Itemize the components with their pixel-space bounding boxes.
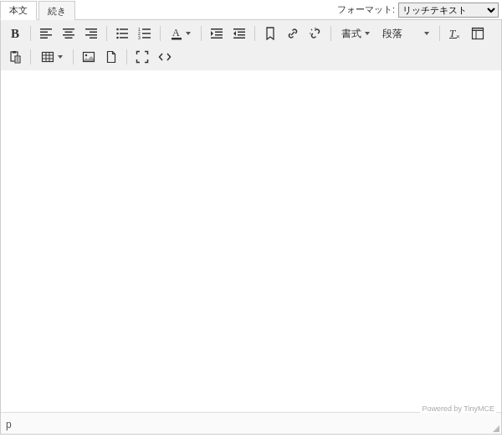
caret-icon bbox=[365, 32, 370, 35]
template-button[interactable] bbox=[467, 23, 489, 44]
text-color-button[interactable]: A bbox=[165, 23, 197, 44]
svg-point-33 bbox=[85, 54, 87, 56]
style-select-label: 書式 bbox=[341, 27, 361, 41]
align-center-button[interactable] bbox=[58, 23, 79, 44]
separator bbox=[30, 26, 31, 41]
code-icon bbox=[158, 50, 172, 64]
file-icon bbox=[105, 50, 118, 64]
image-icon bbox=[82, 50, 95, 64]
file-button[interactable] bbox=[100, 47, 122, 67]
separator bbox=[73, 49, 74, 64]
tab-more[interactable]: 続き bbox=[38, 1, 75, 20]
tab-body[interactable]: 本文 bbox=[0, 1, 37, 20]
separator bbox=[201, 26, 202, 41]
svg-rect-27 bbox=[43, 53, 54, 62]
align-right-icon bbox=[85, 27, 98, 40]
svg-rect-11 bbox=[142, 37, 151, 39]
editor-container: B 123 A bbox=[0, 20, 502, 435]
toolbar: B 123 A bbox=[1, 20, 501, 70]
source-code-button[interactable] bbox=[154, 47, 176, 67]
powered-by-label: Powered by TinyMCE bbox=[420, 404, 496, 413]
clear-formatting-button[interactable]: T× bbox=[444, 23, 466, 44]
svg-rect-13 bbox=[172, 38, 182, 40]
table-button[interactable] bbox=[35, 47, 69, 67]
toolbar-row-2 bbox=[4, 45, 498, 69]
bullet-list-button[interactable] bbox=[111, 23, 133, 44]
svg-rect-16 bbox=[449, 38, 457, 39]
image-button[interactable] bbox=[78, 47, 100, 67]
separator bbox=[106, 26, 107, 41]
block-format-label: 段落 bbox=[382, 27, 402, 41]
status-bar: Powered by TinyMCE p bbox=[1, 412, 501, 434]
unlink-icon bbox=[309, 27, 322, 40]
svg-point-2 bbox=[116, 33, 119, 35]
resize-handle[interactable] bbox=[491, 424, 499, 432]
block-format-select[interactable]: 段落 bbox=[376, 23, 435, 44]
separator bbox=[30, 49, 31, 64]
outdent-button[interactable] bbox=[228, 23, 250, 44]
indent-button[interactable] bbox=[206, 23, 228, 44]
caret-icon bbox=[424, 32, 429, 35]
svg-rect-9 bbox=[142, 33, 151, 34]
style-select[interactable]: 書式 bbox=[336, 23, 376, 44]
outdent-icon bbox=[233, 27, 246, 40]
bold-icon: B bbox=[11, 27, 19, 41]
svg-text:T: T bbox=[449, 27, 456, 39]
link-button[interactable] bbox=[282, 23, 304, 44]
separator bbox=[160, 26, 161, 41]
svg-text:3: 3 bbox=[138, 35, 141, 40]
bold-button[interactable]: B bbox=[4, 23, 26, 44]
align-center-icon bbox=[62, 27, 75, 40]
separator bbox=[126, 49, 127, 64]
caret-icon bbox=[58, 55, 63, 59]
svg-point-4 bbox=[116, 37, 119, 39]
numbered-list-button[interactable]: 123 bbox=[134, 23, 156, 44]
bookmark-button[interactable] bbox=[259, 23, 281, 44]
unlink-button[interactable] bbox=[305, 23, 326, 44]
indent-icon bbox=[210, 27, 223, 40]
editor-content-area[interactable] bbox=[1, 70, 501, 412]
svg-rect-3 bbox=[120, 33, 128, 34]
top-bar: 本文 続き フォーマット: リッチテキスト bbox=[0, 0, 502, 20]
format-label: フォーマット: bbox=[337, 3, 395, 16]
template-icon bbox=[471, 27, 484, 40]
svg-rect-7 bbox=[142, 28, 151, 30]
toolbar-row-1: B 123 A bbox=[4, 22, 498, 45]
format-select[interactable]: リッチテキスト bbox=[398, 3, 499, 18]
fullscreen-icon bbox=[136, 50, 149, 64]
fullscreen-button[interactable] bbox=[131, 47, 153, 67]
svg-text:A: A bbox=[172, 27, 180, 39]
separator bbox=[254, 26, 255, 41]
editor-tabs: 本文 続き bbox=[0, 0, 77, 19]
align-right-button[interactable] bbox=[80, 23, 102, 44]
text-color-icon: A bbox=[171, 27, 182, 40]
svg-rect-5 bbox=[120, 37, 128, 39]
format-group: フォーマット: リッチテキスト bbox=[337, 3, 502, 18]
separator bbox=[439, 26, 440, 41]
caret-icon bbox=[186, 32, 191, 35]
separator bbox=[330, 26, 331, 41]
table-icon bbox=[41, 50, 54, 64]
numbered-list-icon: 123 bbox=[138, 27, 151, 40]
clear-formatting-icon: T× bbox=[448, 27, 462, 40]
align-left-button[interactable] bbox=[35, 23, 57, 44]
paste-icon bbox=[8, 50, 22, 64]
element-path[interactable]: p bbox=[6, 419, 12, 430]
bookmark-icon bbox=[264, 27, 277, 40]
link-icon bbox=[286, 27, 300, 40]
svg-rect-1 bbox=[120, 28, 128, 30]
svg-rect-22 bbox=[13, 51, 16, 54]
bullet-list-icon bbox=[115, 27, 129, 40]
svg-point-0 bbox=[116, 28, 119, 31]
svg-text:×: × bbox=[456, 33, 460, 40]
paste-button[interactable] bbox=[4, 47, 26, 67]
align-left-icon bbox=[39, 27, 53, 40]
